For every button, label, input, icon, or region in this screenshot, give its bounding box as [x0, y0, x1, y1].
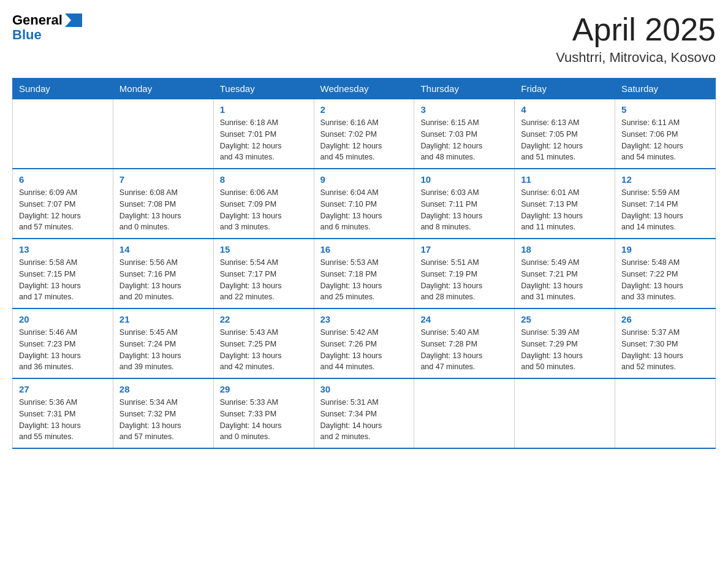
day-number: 16 [320, 244, 408, 255]
day-info: Sunrise: 5:53 AM Sunset: 7:18 PM Dayligh… [320, 257, 408, 303]
day-number: 20 [19, 314, 107, 324]
day-cell: 28Sunrise: 5:34 AM Sunset: 7:32 PM Dayli… [113, 378, 213, 448]
day-number: 23 [320, 314, 408, 324]
day-number: 25 [521, 314, 609, 324]
day-number: 14 [119, 244, 207, 255]
day-number: 22 [220, 314, 308, 324]
day-cell: 8Sunrise: 6:06 AM Sunset: 7:09 PM Daylig… [213, 169, 314, 239]
day-info: Sunrise: 5:46 AM Sunset: 7:23 PM Dayligh… [19, 327, 107, 373]
day-number: 6 [19, 174, 107, 185]
day-cell: 29Sunrise: 5:33 AM Sunset: 7:33 PM Dayli… [213, 378, 314, 448]
logo-general-text: General [12, 12, 63, 28]
day-info: Sunrise: 5:31 AM Sunset: 7:34 PM Dayligh… [320, 397, 408, 443]
day-info: Sunrise: 5:37 AM Sunset: 7:30 PM Dayligh… [621, 327, 709, 373]
day-info: Sunrise: 6:08 AM Sunset: 7:08 PM Dayligh… [119, 187, 207, 233]
location-title: Vushtrri, Mitrovica, Kosovo [556, 50, 716, 66]
weekday-header-saturday: Saturday [615, 79, 716, 99]
day-cell: 14Sunrise: 5:56 AM Sunset: 7:16 PM Dayli… [113, 239, 213, 308]
day-cell: 7Sunrise: 6:08 AM Sunset: 7:08 PM Daylig… [113, 169, 213, 239]
day-cell: 2Sunrise: 6:16 AM Sunset: 7:02 PM Daylig… [314, 99, 414, 169]
day-number: 11 [521, 174, 609, 185]
day-number: 19 [621, 244, 709, 255]
day-cell: 13Sunrise: 5:58 AM Sunset: 7:15 PM Dayli… [13, 239, 113, 308]
day-cell: 1Sunrise: 6:18 AM Sunset: 7:01 PM Daylig… [213, 99, 314, 169]
day-cell [615, 378, 716, 448]
day-info: Sunrise: 6:11 AM Sunset: 7:06 PM Dayligh… [621, 117, 709, 163]
day-info: Sunrise: 6:03 AM Sunset: 7:11 PM Dayligh… [420, 187, 508, 233]
day-info: Sunrise: 6:06 AM Sunset: 7:09 PM Dayligh… [220, 187, 308, 233]
weekday-header-wednesday: Wednesday [314, 79, 414, 99]
week-row-3: 13Sunrise: 5:58 AM Sunset: 7:15 PM Dayli… [13, 239, 716, 308]
day-number: 26 [621, 314, 709, 324]
day-info: Sunrise: 6:16 AM Sunset: 7:02 PM Dayligh… [320, 117, 408, 163]
day-info: Sunrise: 6:01 AM Sunset: 7:13 PM Dayligh… [521, 187, 609, 233]
day-info: Sunrise: 5:36 AM Sunset: 7:31 PM Dayligh… [19, 397, 107, 443]
day-cell: 20Sunrise: 5:46 AM Sunset: 7:23 PM Dayli… [13, 308, 113, 378]
day-info: Sunrise: 5:40 AM Sunset: 7:28 PM Dayligh… [420, 327, 508, 373]
day-number: 13 [19, 244, 107, 255]
week-row-5: 27Sunrise: 5:36 AM Sunset: 7:31 PM Dayli… [13, 378, 716, 448]
day-info: Sunrise: 6:09 AM Sunset: 7:07 PM Dayligh… [19, 187, 107, 233]
day-cell: 27Sunrise: 5:36 AM Sunset: 7:31 PM Dayli… [13, 378, 113, 448]
day-cell: 25Sunrise: 5:39 AM Sunset: 7:29 PM Dayli… [515, 308, 615, 378]
day-cell [515, 378, 615, 448]
day-number: 30 [320, 384, 408, 394]
day-info: Sunrise: 5:54 AM Sunset: 7:17 PM Dayligh… [220, 257, 308, 303]
day-cell: 16Sunrise: 5:53 AM Sunset: 7:18 PM Dayli… [314, 239, 414, 308]
weekday-header-row: SundayMondayTuesdayWednesdayThursdayFrid… [13, 79, 716, 99]
day-cell: 5Sunrise: 6:11 AM Sunset: 7:06 PM Daylig… [615, 99, 716, 169]
day-number: 28 [119, 384, 207, 394]
day-cell [13, 99, 113, 169]
day-info: Sunrise: 5:42 AM Sunset: 7:26 PM Dayligh… [320, 327, 408, 373]
day-cell: 17Sunrise: 5:51 AM Sunset: 7:19 PM Dayli… [414, 239, 515, 308]
day-info: Sunrise: 6:15 AM Sunset: 7:03 PM Dayligh… [420, 117, 508, 163]
day-number: 29 [220, 384, 308, 394]
day-cell: 11Sunrise: 6:01 AM Sunset: 7:13 PM Dayli… [515, 169, 615, 239]
logo-blue-text: Blue [12, 27, 42, 43]
logo-flag-icon [65, 13, 82, 27]
day-info: Sunrise: 5:45 AM Sunset: 7:24 PM Dayligh… [119, 327, 207, 373]
page-header: General Blue April 2025 Vushtrri, Mitrov… [12, 12, 716, 66]
day-info: Sunrise: 5:33 AM Sunset: 7:33 PM Dayligh… [220, 397, 308, 443]
day-number: 17 [420, 244, 508, 255]
day-cell: 26Sunrise: 5:37 AM Sunset: 7:30 PM Dayli… [615, 308, 716, 378]
logo: General Blue [12, 12, 82, 43]
day-info: Sunrise: 5:58 AM Sunset: 7:15 PM Dayligh… [19, 257, 107, 303]
day-number: 1 [220, 104, 308, 115]
day-info: Sunrise: 5:49 AM Sunset: 7:21 PM Dayligh… [521, 257, 609, 303]
week-row-2: 6Sunrise: 6:09 AM Sunset: 7:07 PM Daylig… [13, 169, 716, 239]
day-number: 27 [19, 384, 107, 394]
week-row-4: 20Sunrise: 5:46 AM Sunset: 7:23 PM Dayli… [13, 308, 716, 378]
weekday-header-monday: Monday [113, 79, 213, 99]
day-number: 2 [320, 104, 408, 115]
day-cell: 4Sunrise: 6:13 AM Sunset: 7:05 PM Daylig… [515, 99, 615, 169]
day-info: Sunrise: 5:43 AM Sunset: 7:25 PM Dayligh… [220, 327, 308, 373]
day-number: 4 [521, 104, 609, 115]
day-number: 15 [220, 244, 308, 255]
day-info: Sunrise: 5:56 AM Sunset: 7:16 PM Dayligh… [119, 257, 207, 303]
day-number: 9 [320, 174, 408, 185]
day-cell: 30Sunrise: 5:31 AM Sunset: 7:34 PM Dayli… [314, 378, 414, 448]
day-cell: 6Sunrise: 6:09 AM Sunset: 7:07 PM Daylig… [13, 169, 113, 239]
day-cell: 19Sunrise: 5:48 AM Sunset: 7:22 PM Dayli… [615, 239, 716, 308]
day-cell: 10Sunrise: 6:03 AM Sunset: 7:11 PM Dayli… [414, 169, 515, 239]
day-number: 5 [621, 104, 709, 115]
day-number: 21 [119, 314, 207, 324]
day-cell [414, 378, 515, 448]
day-info: Sunrise: 6:04 AM Sunset: 7:10 PM Dayligh… [320, 187, 408, 233]
day-cell: 12Sunrise: 5:59 AM Sunset: 7:14 PM Dayli… [615, 169, 716, 239]
day-cell: 23Sunrise: 5:42 AM Sunset: 7:26 PM Dayli… [314, 308, 414, 378]
weekday-header-thursday: Thursday [414, 79, 515, 99]
day-number: 18 [521, 244, 609, 255]
day-number: 12 [621, 174, 709, 185]
day-info: Sunrise: 5:51 AM Sunset: 7:19 PM Dayligh… [420, 257, 508, 303]
day-info: Sunrise: 5:48 AM Sunset: 7:22 PM Dayligh… [621, 257, 709, 303]
day-cell: 18Sunrise: 5:49 AM Sunset: 7:21 PM Dayli… [515, 239, 615, 308]
day-cell: 9Sunrise: 6:04 AM Sunset: 7:10 PM Daylig… [314, 169, 414, 239]
week-row-1: 1Sunrise: 6:18 AM Sunset: 7:01 PM Daylig… [13, 99, 716, 169]
weekday-header-tuesday: Tuesday [213, 79, 314, 99]
weekday-header-sunday: Sunday [13, 79, 113, 99]
calendar-table: SundayMondayTuesdayWednesdayThursdayFrid… [12, 78, 716, 449]
day-number: 7 [119, 174, 207, 185]
day-cell: 22Sunrise: 5:43 AM Sunset: 7:25 PM Dayli… [213, 308, 314, 378]
